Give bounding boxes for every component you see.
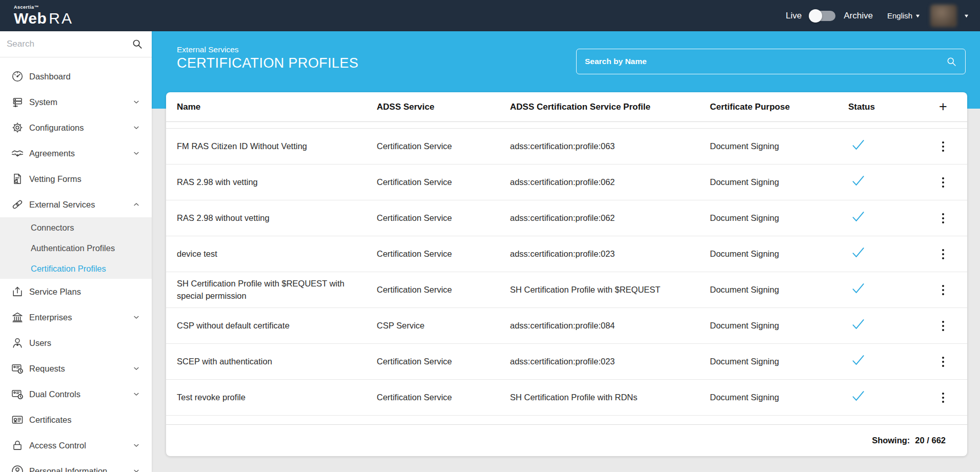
sidebar-item-label: External Services [29, 200, 95, 210]
users-icon [11, 336, 24, 350]
language-selector[interactable]: English ▼ [887, 11, 920, 20]
sidebar-subitem-certification-profiles[interactable]: Certification Profiles [0, 258, 152, 279]
sidebar-subitem-connectors[interactable]: Connectors [0, 217, 152, 238]
sidebar-item-label: Access Control [29, 441, 86, 450]
archive-label: Archive [844, 11, 873, 21]
row-actions-kebab-icon[interactable] [938, 355, 948, 368]
chevron-down-icon [132, 390, 140, 398]
table-row[interactable]: SCEP with authenticationCertification Se… [166, 344, 967, 380]
cell-actions [930, 140, 956, 153]
user-menu-chevron-down-icon[interactable]: ▼ [964, 13, 970, 18]
cell-purpose: Document Signing [710, 284, 848, 296]
cell-name: FM RAS Citizen ID Without Vetting [177, 140, 377, 153]
row-actions-kebab-icon[interactable] [938, 391, 948, 404]
table-body: FM RAS Citizen ID Without VettingCertifi… [166, 129, 967, 416]
cell-profile: adss:certification:profile:062 [510, 212, 710, 224]
cell-purpose: Document Signing [710, 212, 848, 224]
cell-profile: SH Certification Profile with RDNs [510, 392, 710, 404]
certification-profiles-card: Name ADSS Service ADSS Certification Ser… [166, 92, 967, 456]
row-actions-kebab-icon[interactable] [938, 176, 948, 189]
sidebar-subitem-authentication-profiles[interactable]: Authentication Profiles [0, 238, 152, 258]
cell-actions [930, 248, 956, 261]
page: Ascertia™ WebRA Live Archive English ▼ ▼… [0, 0, 980, 472]
sidebar-item-personal-information[interactable]: Personal Information [0, 458, 152, 472]
table-row[interactable]: RAS 2.98 with vettingCertification Servi… [166, 165, 967, 200]
user-avatar[interactable] [930, 5, 957, 27]
sidebar-item-vetting-forms[interactable]: Vetting Forms [0, 166, 152, 192]
sidebar-item-requests[interactable]: Requests [0, 356, 152, 381]
sidebar-item-label: Agreements [29, 149, 75, 158]
row-actions-kebab-icon[interactable] [938, 248, 948, 261]
sidebar-item-dashboard[interactable]: Dashboard [0, 64, 152, 89]
table-row[interactable]: SH Certification Profile with $REQUEST w… [166, 272, 967, 308]
table-row[interactable]: device testCertification Serviceadss:cer… [166, 236, 967, 272]
sidebar: DashboardSystemConfigurationsAgreementsV… [0, 31, 152, 472]
search-by-name-input[interactable] [577, 49, 965, 74]
status-active-check-icon [851, 281, 865, 295]
column-header-status: Status [848, 102, 930, 112]
cell-service: Certification Service [377, 140, 510, 153]
page-head: External Services CERTIFICATION PROFILES [177, 45, 358, 71]
sidebar-item-dual-controls[interactable]: Dual Controls [0, 381, 152, 407]
row-actions-kebab-icon[interactable] [938, 319, 948, 333]
sidebar-item-enterprises[interactable]: Enterprises [0, 304, 152, 330]
chevron-down-icon [132, 124, 140, 132]
chevron-up-icon [132, 200, 140, 209]
table-scroll-sliver-bottom [166, 416, 967, 425]
brand-webra: WebRA [14, 10, 73, 27]
page-title: CERTIFICATION PROFILES [177, 55, 358, 71]
column-header-profile: ADSS Certification Service Profile [510, 102, 710, 112]
sidebar-item-access-control[interactable]: Access Control [0, 433, 152, 458]
column-header-adss-service: ADSS Service [377, 102, 510, 112]
cell-actions [930, 355, 956, 368]
cell-profile: adss:certification:profile:084 [510, 320, 710, 332]
table-row[interactable]: RAS 2.98 without vettingCertification Se… [166, 200, 967, 236]
sidebar-item-label: Enterprises [29, 313, 72, 322]
sidebar-search [0, 31, 152, 57]
cell-purpose: Document Signing [710, 140, 848, 153]
breadcrumb: External Services [177, 45, 358, 54]
search-by-name-box [576, 49, 966, 74]
sidebar-item-label: Dual Controls [29, 389, 80, 399]
status-active-check-icon [851, 389, 865, 403]
cell-profile: SH Certification Profile with $REQUEST [510, 284, 710, 296]
add-profile-button[interactable]: + [939, 100, 947, 114]
search-icon[interactable] [946, 56, 957, 67]
sidebar-item-system[interactable]: System [0, 89, 152, 115]
cell-actions [930, 283, 956, 297]
sidebar-item-users[interactable]: Users [0, 330, 152, 356]
sidebar-item-external-services[interactable]: External Services [0, 192, 152, 217]
cell-purpose: Document Signing [710, 248, 848, 260]
sidebar-search-input[interactable] [0, 31, 152, 57]
row-actions-kebab-icon[interactable] [938, 283, 948, 297]
table-row[interactable]: CSP without default certificateCSP Servi… [166, 308, 967, 344]
sidebar-item-agreements[interactable]: Agreements [0, 140, 152, 166]
cell-profile: adss:certification:profile:023 [510, 248, 710, 260]
language-label: English [887, 11, 912, 20]
cell-service: Certification Service [377, 176, 510, 189]
status-active-check-icon [851, 210, 865, 223]
sidebar-item-certificates[interactable]: Certificates [0, 407, 152, 433]
sidebar-item-configurations[interactable]: Configurations [0, 115, 152, 140]
sidebar-nav: DashboardSystemConfigurationsAgreementsV… [0, 57, 152, 472]
configurations-icon [11, 121, 24, 134]
cell-service: CSP Service [377, 320, 510, 332]
service-plans-icon [11, 285, 24, 298]
sidebar-search-icon[interactable] [132, 38, 143, 50]
row-actions-kebab-icon[interactable] [938, 212, 948, 225]
cell-name: SH Certification Profile with $REQUEST w… [177, 278, 377, 302]
cell-actions [930, 212, 956, 225]
system-icon [11, 95, 24, 109]
table-row[interactable]: FM RAS Citizen ID Without VettingCertifi… [166, 129, 967, 165]
cell-service: Certification Service [377, 284, 510, 296]
app-logo[interactable]: Ascertia™ WebRA [14, 5, 73, 26]
table-footer: Showing: 20 / 662 [166, 425, 967, 456]
showing-label: Showing: [872, 436, 910, 445]
table-row[interactable]: Test revoke profileCertification Service… [166, 380, 967, 416]
sidebar-item-service-plans[interactable]: Service Plans [0, 279, 152, 304]
table-header-row: Name ADSS Service ADSS Certification Ser… [166, 92, 967, 122]
cell-purpose: Document Signing [710, 392, 848, 404]
row-actions-kebab-icon[interactable] [938, 140, 948, 153]
cell-status [848, 317, 930, 335]
live-archive-toggle[interactable] [810, 11, 835, 21]
